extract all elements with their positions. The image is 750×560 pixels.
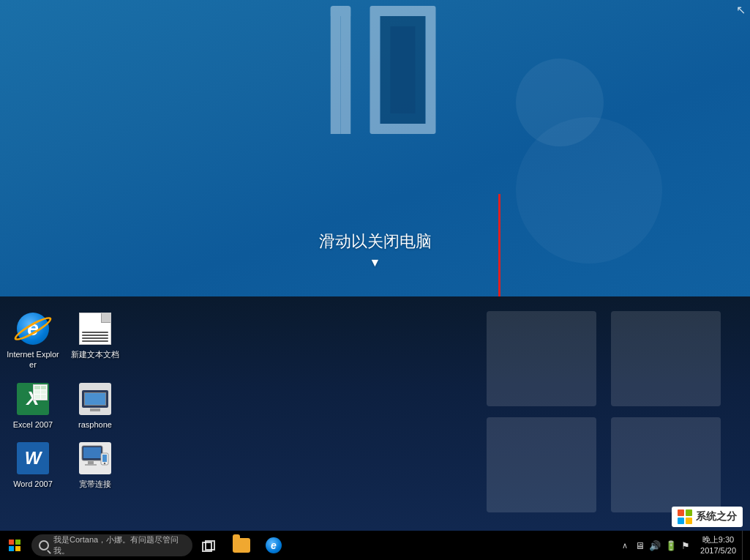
rasphone-icon-shape xyxy=(79,383,111,415)
txt-line-2 xyxy=(82,335,108,336)
search-placeholder-text: 我是Cortana，小娜。有问题尽管问我。 xyxy=(53,534,185,556)
deco-circle-2 xyxy=(516,117,662,264)
txt-line-1 xyxy=(82,332,108,333)
red-arrow-line xyxy=(498,194,500,311)
task-view-button[interactable] xyxy=(195,531,222,560)
svg-rect-2 xyxy=(487,417,596,512)
tray-expand-button[interactable]: ∧ xyxy=(619,541,631,550)
volume-icon[interactable]: 🔊 xyxy=(649,540,661,551)
svg-rect-5 xyxy=(83,447,101,458)
shutdown-arrow-icon: ▼ xyxy=(319,256,432,269)
excel-icon: X xyxy=(15,381,50,417)
folder-icon xyxy=(233,538,250,553)
svg-rect-9 xyxy=(102,455,107,462)
flag-icon[interactable]: ⚑ xyxy=(681,540,690,551)
icon-new-text-file[interactable]: 新建文本文档 xyxy=(66,307,124,374)
icon-row-1: X Excel 2007 xyxy=(4,378,124,433)
taskbar-internet-explorer[interactable]: e xyxy=(258,531,290,560)
rasphone-label: rasphone xyxy=(78,419,112,430)
icon-internet-explorer[interactable]: e Internet Explorer xyxy=(4,307,62,374)
word-icon: W xyxy=(15,441,50,476)
show-desktop-button[interactable] xyxy=(742,531,746,560)
txt-icon-shape xyxy=(79,313,111,345)
site-watermark: 系统之分 xyxy=(672,507,743,527)
excel-cell-5 xyxy=(34,395,40,398)
svg-rect-0 xyxy=(487,311,596,406)
system-tray: ∧ 🖥 🔊 🔋 ⚑ 晚上9:30 2017/5/20 xyxy=(619,531,750,560)
svg-point-10 xyxy=(104,463,105,464)
desktop: 滑动以关闭电脑 ▼ e Internet Explorer xyxy=(0,0,750,560)
icon-rasphone[interactable]: rasphone xyxy=(66,378,124,433)
start-square-3 xyxy=(9,546,14,551)
taskbar-pinned-apps: e xyxy=(225,531,290,560)
svg-rect-6 xyxy=(88,461,94,464)
excel-2007-label: Excel 2007 xyxy=(13,419,53,430)
taskbar-file-explorer[interactable] xyxy=(225,531,258,560)
windows-watermark xyxy=(457,296,750,531)
numeral-1 xyxy=(315,6,366,134)
svg-rect-3 xyxy=(611,417,721,512)
win10-logo xyxy=(315,0,435,128)
numeral-1-bar xyxy=(330,6,350,134)
clock-display[interactable]: 晚上9:30 2017/5/20 xyxy=(694,534,742,557)
rasphone-icon xyxy=(78,381,113,417)
excel-cell-4 xyxy=(41,390,47,394)
broadband-label: 宽带连接 xyxy=(79,479,111,489)
internet-explorer-label: Internet Explorer xyxy=(6,349,60,370)
search-icon xyxy=(39,540,49,550)
taskbar-ie-icon: e xyxy=(266,537,282,553)
icon-row-2: W Word 2007 xyxy=(4,437,124,493)
excel-cell-3 xyxy=(34,390,40,394)
excel-cell-1 xyxy=(34,386,40,389)
icon-word-2007[interactable]: W Word 2007 xyxy=(4,437,62,493)
icon-broadband[interactable]: 宽带连接 xyxy=(66,437,124,493)
ie-icon-shape: e xyxy=(17,313,49,345)
txt-lines xyxy=(82,332,108,342)
start-square-2 xyxy=(15,540,20,545)
excel-cell-6 xyxy=(41,395,47,398)
broadband-svg xyxy=(80,444,110,472)
wm-square-3 xyxy=(678,518,684,524)
wm-square-2 xyxy=(686,509,692,516)
watermark-text: 系统之分 xyxy=(696,510,737,523)
shutdown-label: 滑动以关闭电脑 xyxy=(319,232,432,250)
excel-sheet xyxy=(33,384,48,400)
start-square-1 xyxy=(9,540,14,545)
shutdown-text[interactable]: 滑动以关闭电脑 ▼ xyxy=(319,231,432,269)
word-2007-label: Word 2007 xyxy=(13,479,53,489)
network-icon[interactable]: 🖥 xyxy=(635,540,645,551)
numeral-0-inner xyxy=(390,26,415,113)
desktop-icons-container: e Internet Explorer 新建文本文档 xyxy=(0,304,128,496)
start-button[interactable] xyxy=(0,531,29,560)
monitor-shape xyxy=(82,390,108,408)
svg-rect-7 xyxy=(85,464,97,466)
start-square-4 xyxy=(15,546,20,551)
new-text-file-label: 新建文本文档 xyxy=(71,349,119,359)
watermark-logo xyxy=(678,509,692,524)
internet-explorer-icon: e xyxy=(15,311,50,346)
taskbar: 我是Cortana，小娜。有问题尽管问我。 e ∧ 🖥 🔊 🔋 ⚑ xyxy=(0,531,750,560)
txt-line-4 xyxy=(82,340,108,342)
svg-rect-1 xyxy=(611,311,721,406)
icon-row-0: e Internet Explorer 新建文本文档 xyxy=(4,307,124,374)
new-text-file-icon xyxy=(78,311,113,346)
task-view-icon xyxy=(202,540,215,550)
broadband-icon xyxy=(78,441,113,476)
cortana-search[interactable]: 我是Cortana，小娜。有问题尽管问我。 xyxy=(31,534,192,556)
excel-cell-2 xyxy=(41,386,47,389)
numeral-0 xyxy=(370,6,435,134)
wm-square-4 xyxy=(686,518,692,524)
excel-icon-shape: X xyxy=(17,383,49,415)
monitor-screen xyxy=(84,392,106,406)
broadband-icon-shape xyxy=(79,442,111,474)
wm-square-1 xyxy=(678,509,684,516)
tray-icons-group: 🖥 🔊 🔋 ⚑ xyxy=(631,540,694,551)
word-letter: W xyxy=(25,448,42,468)
desktop-upper-bg: 滑动以关闭电脑 ▼ xyxy=(0,0,750,296)
txt-line-3 xyxy=(82,337,108,339)
start-icon xyxy=(9,540,20,551)
clock-date: 2017/5/20 xyxy=(700,545,736,556)
icon-excel-2007[interactable]: X Excel 2007 xyxy=(4,378,62,433)
battery-icon[interactable]: 🔋 xyxy=(665,540,677,551)
clock-time: 晚上9:30 xyxy=(702,534,734,545)
